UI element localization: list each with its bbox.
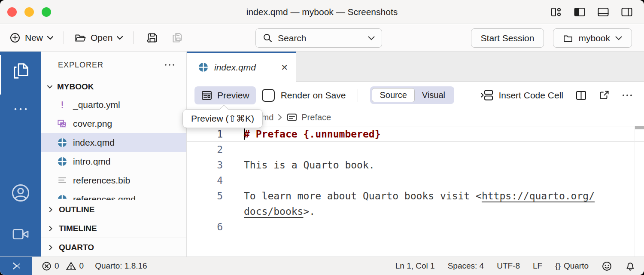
encoding-status[interactable]: UTF-8 [497, 261, 520, 271]
close-icon[interactable]: ✕ [281, 62, 288, 73]
language-mode-status[interactable]: {} Quarto [555, 261, 589, 271]
sidebar-section-quarto[interactable]: QUARTO [41, 238, 186, 257]
toggle-secondary-sidebar-icon[interactable] [621, 7, 633, 17]
render-on-save-checkbox[interactable] [262, 89, 275, 102]
braces-icon: {} [555, 261, 561, 271]
insert-code-cell-label: Insert Code Cell [498, 90, 563, 101]
line-content [223, 173, 244, 188]
sidebar-section-outline[interactable]: OUTLINE [41, 200, 186, 219]
remote-indicator[interactable] [0, 257, 32, 275]
tab-strip: index.qmd ✕ [187, 52, 644, 82]
problems-status[interactable]: 0 0 [42, 261, 84, 271]
file-row[interactable]: references.bib [41, 171, 186, 190]
yaml-icon: ! [57, 100, 67, 110]
preview-tooltip: Preview (⇧⌘K) [182, 109, 263, 128]
line-content: # Preface {.unnumbered} [223, 126, 381, 141]
save-all-icon[interactable] [170, 32, 183, 44]
cursor-position-status[interactable]: Ln 1, Col 1 [395, 261, 435, 271]
toggle-panel-icon[interactable] [597, 7, 609, 17]
start-session-button[interactable]: Start Session [471, 28, 544, 48]
editor-toolbar: Preview Render on Save Source Visual Ins… [187, 82, 644, 109]
toggle-primary-sidebar-icon[interactable] [574, 7, 586, 17]
code-line[interactable]: 2 [187, 142, 644, 157]
editor-scrollbar[interactable] [635, 126, 644, 257]
save-icon[interactable] [146, 32, 158, 44]
sidebar-sections: OUTLINE TIMELINE QUARTO [41, 200, 186, 257]
indentation-status[interactable]: Spaces: 4 [448, 261, 484, 271]
feedback-smiley-icon[interactable] [601, 261, 612, 272]
quarto-version-label: Quarto: 1.8.16 [95, 261, 147, 271]
folder-open-icon [74, 33, 86, 43]
sidebar-title: EXPLORER [58, 61, 103, 70]
file-row[interactable]: intro.qmd [41, 152, 186, 171]
file-row[interactable]: ! _quarto.yml [41, 95, 186, 114]
line-content [223, 219, 244, 235]
quarto-icon [57, 194, 67, 200]
tab-index-qmd[interactable]: index.qmd ✕ [187, 52, 296, 82]
new-button[interactable]: New [9, 32, 53, 43]
file-name: _quarto.yml [73, 100, 120, 110]
open-in-new-window-icon[interactable] [598, 90, 610, 101]
source-mode-button[interactable]: Source [372, 88, 414, 102]
quarto-version-status[interactable]: Quarto: 1.8.16 [95, 261, 147, 271]
section-label: OUTLINE [59, 205, 94, 214]
notifications-bell-icon[interactable] [625, 260, 635, 272]
workspace-root-item[interactable]: MYBOOK [41, 78, 186, 95]
camera-icon[interactable] [0, 227, 41, 241]
preview-button[interactable]: Preview [194, 86, 256, 104]
code-line[interactable]: 5To learn more about Quarto books visit … [187, 188, 644, 204]
circle-plus-icon [9, 32, 21, 43]
account-icon[interactable] [0, 183, 41, 203]
file-row[interactable]: index.qmd [41, 133, 186, 152]
insert-code-cell-button[interactable]: Insert Code Cell [480, 89, 563, 101]
explorer-more-icon[interactable] [164, 63, 175, 67]
quarto-icon [57, 138, 67, 148]
warning-count: 0 [79, 261, 84, 271]
folder-icon [563, 34, 573, 43]
file-row[interactable]: cover.png [41, 114, 186, 133]
line-number: 1 [187, 126, 223, 141]
section-label: QUARTO [59, 243, 94, 252]
chevron-right-icon [47, 225, 55, 232]
line-content: docs/books>. [223, 204, 315, 219]
more-actions-icon[interactable] [622, 94, 633, 97]
line-number: 6 [187, 219, 223, 235]
file-name: cover.png [73, 119, 112, 129]
new-button-label: New [25, 33, 43, 43]
open-button[interactable]: Open [74, 33, 123, 43]
code-line[interactable]: 3This is a Quarto book. [187, 157, 644, 173]
window-title: index.qmd — mybook — Screenshots [0, 7, 644, 17]
code-editor[interactable]: 1# Preface {.unnumbered}23This is a Quar… [187, 126, 644, 257]
error-count: 0 [55, 261, 59, 271]
app-window: index.qmd — mybook — Screenshots New [0, 0, 644, 275]
line-number: 5 [187, 188, 223, 204]
source-visual-toggle: Source Visual [370, 86, 454, 104]
insert-code-cell-icon [480, 89, 493, 101]
code-line[interactable]: 6 [187, 219, 644, 235]
chevron-down-icon [46, 83, 54, 91]
eol-status[interactable]: LF [533, 261, 542, 271]
image-icon [57, 119, 67, 129]
code-line[interactable]: 4 [187, 173, 644, 188]
sidebar-section-timeline[interactable]: TIMELINE [41, 219, 186, 238]
code-line[interactable]: docs/books>. [187, 204, 644, 219]
workspace-switcher-button[interactable]: mybook [553, 28, 632, 48]
tab-label: index.qmd [214, 62, 256, 73]
file-name: references.bib [73, 175, 130, 186]
file-row[interactable]: references.qmd [41, 190, 186, 200]
tooltip-text: Preview (⇧⌘K) [191, 113, 254, 123]
customize-layout-icon[interactable] [550, 7, 562, 17]
chevron-down-icon [47, 36, 53, 40]
code-line[interactable]: 1# Preface {.unnumbered} [187, 126, 644, 142]
line-number: 3 [187, 157, 223, 173]
warning-icon [66, 261, 76, 271]
chevron-right-icon [47, 244, 55, 251]
visual-mode-button[interactable]: Visual [415, 89, 453, 102]
line-number: 4 [187, 173, 223, 188]
explorer-icon[interactable] [0, 61, 41, 81]
split-editor-icon[interactable] [575, 90, 587, 101]
breadcrumb-symbol[interactable]: Preface [301, 113, 331, 122]
workspace-label: mybook [578, 33, 610, 43]
search-input[interactable]: Search [255, 28, 382, 48]
more-icon[interactable] [0, 107, 41, 112]
